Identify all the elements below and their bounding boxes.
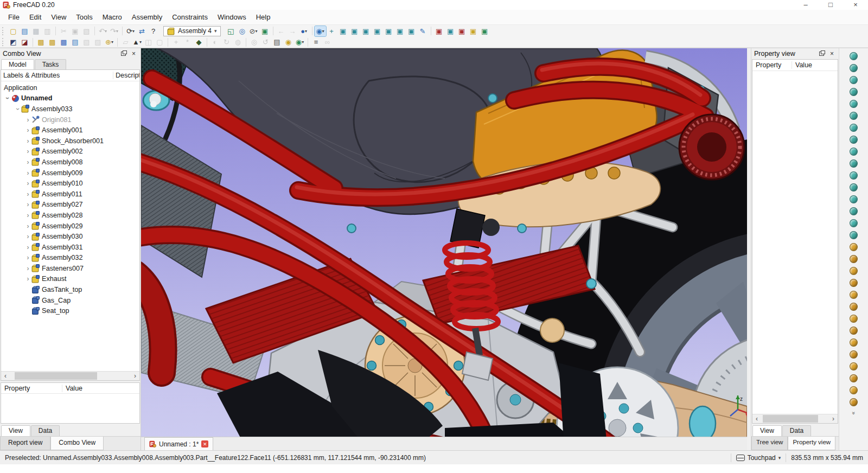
tree-chevron-icon[interactable]: › — [14, 105, 22, 112]
tree-item-Shock_Absorber001[interactable]: ›Shock_Absorber001 — [1, 136, 139, 146]
tree-item-Assembly032[interactable]: ›Assembly032 — [1, 253, 139, 264]
release-attachment-icon[interactable]: ◆ — [193, 37, 205, 47]
nav-tool-01-icon[interactable] — [850, 52, 858, 60]
solve-constraints-icon[interactable]: ◪ — [19, 37, 30, 47]
3d-view-canvas[interactable]: z x — [141, 48, 747, 450]
nav-tool-08-icon[interactable] — [850, 136, 858, 144]
tree-item-Origin081[interactable]: ›Origin081 — [1, 114, 139, 125]
draw-style-icon[interactable]: ⊘▾ — [248, 26, 259, 36]
tab-view[interactable]: View — [752, 425, 782, 436]
tree-item-Assembly001[interactable]: ›Assembly001 — [1, 125, 139, 136]
open-part-library-icon[interactable]: ▤ — [69, 37, 81, 47]
fit-all-icon[interactable]: ◱ — [225, 26, 237, 36]
pointer-mode-selector[interactable]: Touchpad ▾ — [736, 454, 781, 462]
open-file-icon[interactable]: ▤ — [19, 26, 30, 36]
menu-assembly[interactable]: Assembly — [127, 11, 167, 23]
menu-tools[interactable]: Tools — [71, 11, 97, 23]
nav-tool-02-icon[interactable] — [850, 64, 858, 72]
close-button[interactable]: × — [843, 0, 868, 10]
tree-chevron-icon[interactable]: › — [24, 180, 31, 187]
tree-root-application[interactable]: Application — [1, 82, 139, 93]
document-tab[interactable]: Unnamed : 1* ✕ — [144, 437, 213, 450]
tree-item-Assembly002[interactable]: ›Assembly002 — [1, 146, 139, 157]
menu-help[interactable]: Help — [251, 11, 276, 23]
asm-tool-14-icon[interactable] — [850, 398, 858, 406]
tree-chevron-icon[interactable]: › — [24, 265, 31, 272]
tree-chevron-icon[interactable]: › — [24, 116, 31, 124]
toolbar-drag-handle[interactable] — [2, 27, 5, 35]
tree-chevron-icon[interactable]: › — [24, 148, 31, 155]
nav-tool-13-icon[interactable] — [850, 195, 858, 203]
menu-edit[interactable]: Edit — [24, 11, 46, 23]
property-h-scrollbar[interactable]: ‹ › — [752, 414, 838, 423]
tab-property-view[interactable]: Property view — [788, 437, 835, 450]
tab-tasks[interactable]: Tasks — [35, 59, 67, 69]
asm-tool-03-icon[interactable] — [850, 267, 858, 275]
tree-item-Gas_Cap[interactable]: Gas_Cap — [1, 295, 139, 306]
new-assembly-icon[interactable]: ▩ — [35, 37, 47, 47]
tree-chevron-icon[interactable]: › — [24, 201, 31, 208]
tab-data[interactable]: Data — [31, 425, 60, 436]
zoom-tool-icon[interactable]: ◉▾ — [315, 26, 326, 36]
tab-tree-view[interactable]: Tree view — [751, 437, 788, 450]
persp-ortho-icon[interactable]: ▣ — [468, 26, 479, 36]
asm-tool-12-icon[interactable] — [850, 374, 858, 382]
insert-link-icon[interactable]: ▩ — [58, 37, 69, 47]
tree-item-Fasteners007[interactable]: ›Fasteners007 — [1, 263, 139, 274]
view-bottom-icon[interactable]: ▣ — [394, 26, 406, 36]
asm-tool-10-icon[interactable] — [850, 350, 858, 359]
asm-tool-13-icon[interactable] — [850, 386, 858, 394]
new-file-icon[interactable]: ▢ — [8, 26, 19, 36]
view-isometric-icon[interactable]: ▣ — [337, 26, 349, 36]
asm-tool-04-icon[interactable] — [850, 279, 858, 287]
asm-tool-05-icon[interactable] — [850, 291, 858, 299]
tree-item-Exhaust[interactable]: ›Exhaust — [1, 274, 139, 285]
toolbar-drag-handle[interactable] — [2, 38, 5, 46]
tab-combo-view[interactable]: Combo View — [50, 437, 104, 450]
workbench-selector[interactable]: Assembly 4 ▾ — [163, 26, 221, 36]
tree-chevron-icon[interactable]: › — [24, 254, 31, 261]
measure-icon[interactable]: ✎ — [417, 26, 429, 36]
close-document-icon[interactable]: ✕ — [201, 440, 208, 448]
scroll-left-icon[interactable]: ‹ — [1, 372, 10, 380]
tree-chevron-icon[interactable]: › — [24, 233, 31, 240]
nav-tool-14-icon[interactable] — [850, 207, 858, 215]
zoom-selection-icon[interactable]: ◎ — [237, 26, 248, 36]
minimize-button[interactable]: – — [793, 0, 818, 10]
asm-tool-11-icon[interactable] — [850, 362, 858, 370]
asm-tool-08-icon[interactable] — [850, 327, 858, 335]
scroll-thumb[interactable] — [15, 372, 97, 380]
tree-chevron-icon[interactable]: › — [24, 137, 31, 145]
asm-tool-09-icon[interactable] — [850, 338, 858, 347]
nav-tool-03-icon[interactable] — [850, 76, 858, 84]
tree-item-Assembly008[interactable]: ›Assembly008 — [1, 157, 139, 168]
nav-tool-09-icon[interactable] — [850, 148, 858, 156]
clip-x-icon[interactable]: ▣ — [445, 26, 456, 36]
tree-item-Assembly027[interactable]: ›Assembly027 — [1, 200, 139, 210]
new-lcs-icon[interactable]: ⊕▾ — [104, 37, 115, 47]
tree-h-scrollbar[interactable]: ‹ › — [1, 371, 139, 380]
menu-constraints[interactable]: Constraints — [167, 11, 213, 23]
scroll-track[interactable] — [761, 414, 829, 423]
tail-light[interactable] — [679, 114, 744, 180]
scroll-right-icon[interactable]: › — [829, 415, 838, 423]
maximize-button[interactable]: □ — [818, 0, 843, 10]
tree-chevron-icon[interactable]: › — [24, 222, 31, 230]
new-datum-icon[interactable]: ▲▾ — [131, 37, 143, 47]
view-top-icon[interactable]: ▣ — [360, 26, 372, 36]
tree-chevron-icon[interactable]: › — [24, 244, 31, 251]
nav-tool-10-icon[interactable] — [850, 159, 858, 168]
float-panel-icon[interactable] — [121, 52, 126, 56]
nav-tool-11-icon[interactable] — [850, 171, 858, 180]
tree-item-Seat_top[interactable]: Seat_top — [1, 305, 139, 316]
scroll-left-icon[interactable]: ‹ — [752, 415, 761, 423]
menu-macro[interactable]: Macro — [98, 11, 127, 23]
tree-item-Assembly028[interactable]: ›Assembly028 — [1, 210, 139, 221]
tree-item-Assembly030[interactable]: ›Assembly030 — [1, 231, 139, 242]
asm-tool-07-icon[interactable] — [850, 315, 858, 323]
variables-table-icon[interactable]: ▤ — [271, 37, 283, 47]
scroll-track[interactable] — [10, 372, 131, 380]
tree-chevron-icon[interactable]: › — [4, 95, 11, 102]
view-rear-icon[interactable]: ▣ — [383, 26, 394, 36]
tab-model[interactable]: Model — [1, 59, 34, 69]
